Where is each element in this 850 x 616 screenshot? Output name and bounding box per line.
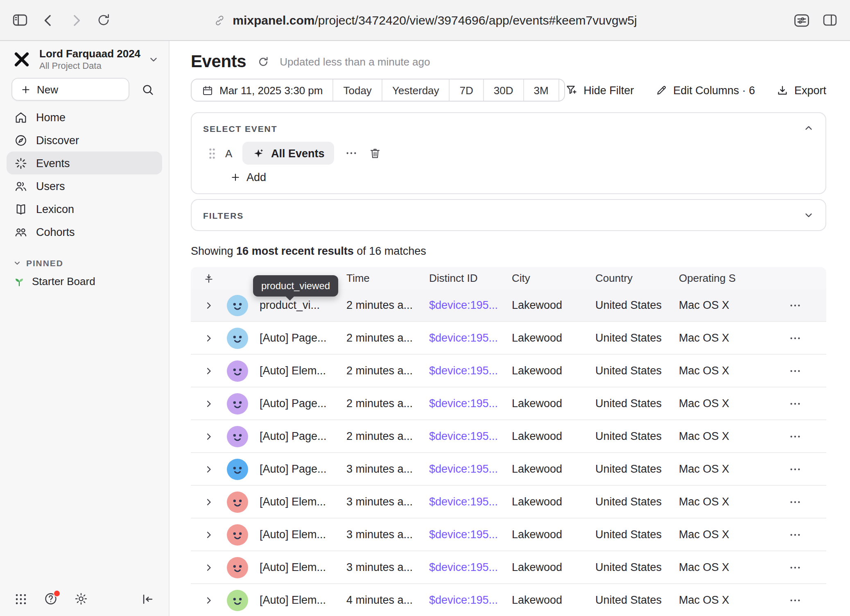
expand-row-icon[interactable] [191,300,227,310]
split-view-icon[interactable] [821,11,839,29]
app-window: mixpanel.com/project/3472420/view/397469… [0,0,850,616]
expand-row-icon[interactable] [191,431,227,441]
sidebar-item-users[interactable]: Users [7,174,162,197]
sidebar-item-starter-board[interactable]: Starter Board [13,275,156,288]
table-row[interactable]: [Auto] Elem... 3 minutes a... $device:19… [191,486,826,519]
pinned-header-label: PINNED [26,258,63,268]
table-row[interactable]: [Auto] Elem... 2 minutes a... $device:19… [191,355,826,387]
row-more-icon[interactable] [764,364,826,377]
sidebar-item-home[interactable]: Home [7,106,162,129]
distinct-id-link[interactable]: $device:195... [429,397,498,410]
add-event-button[interactable]: Add [192,171,278,193]
pencil-icon [655,84,667,96]
distinct-id-link[interactable]: $device:195... [429,594,498,606]
distinct-id-link[interactable]: $device:195... [429,365,498,377]
edit-columns-button[interactable]: Edit Columns · 6 [655,84,755,96]
forward-icon[interactable] [68,12,84,28]
help-icon[interactable] [43,591,58,606]
range-6m[interactable]: 6M [558,79,565,101]
table-row[interactable]: [Auto] Page... 2 minutes a... $device:19… [191,387,826,420]
hide-filter-button[interactable]: Hide Filter [565,84,634,97]
table-row[interactable]: [Auto] Page... 3 minutes a... $device:19… [191,453,826,486]
expand-row-icon[interactable] [191,530,227,539]
page-settings-icon[interactable] [793,11,811,29]
refresh-icon[interactable] [257,55,269,68]
sidebar-item-label: Events [36,157,70,169]
browser-sidebar-toggle-icon[interactable] [11,11,29,29]
distinct-id-link[interactable]: $device:195... [429,496,498,508]
row-more-icon[interactable] [764,397,826,410]
trash-icon[interactable] [369,147,382,160]
distinct-id-link[interactable]: $device:195... [429,528,498,541]
workspace-switcher[interactable]: Lord Farquaad 2024 All Project Data [0,41,169,71]
row-more-icon[interactable] [764,331,826,344]
search-icon[interactable] [136,78,159,101]
expand-row-icon[interactable] [191,399,227,408]
row-more-icon[interactable] [764,561,826,574]
range-7d[interactable]: 7D [449,79,483,101]
date-picker-button[interactable]: Mar 11, 2025 3:30 pm [192,79,332,101]
distinct-id-link[interactable]: $device:195... [429,430,498,442]
distinct-id-link[interactable]: $device:195... [429,463,498,475]
distinct-id-link[interactable]: $device:195... [429,299,498,311]
column-header-city[interactable]: City [512,272,595,284]
back-icon[interactable] [40,12,57,28]
sidebar-item-label: Home [36,111,66,123]
chevron-up-icon[interactable] [803,123,814,134]
workspace-subtitle: All Project Data [39,61,141,71]
collapse-sidebar-icon[interactable] [141,592,155,606]
chevron-down-icon[interactable] [803,210,814,220]
range-today[interactable]: Today [332,79,381,101]
row-more-icon[interactable] [764,528,826,541]
distinct-id-link[interactable]: $device:195... [429,332,498,344]
expand-row-icon[interactable] [191,464,227,474]
column-header-distinct-id[interactable]: Distinct ID [429,272,512,284]
table-row[interactable]: [Auto] Elem... 4 minutes a... $device:19… [191,584,826,616]
range-3m[interactable]: 3M [523,79,558,101]
table-row[interactable]: [Auto] Elem... 3 minutes a... $device:19… [191,519,826,551]
event-city: Lakewood [512,299,595,311]
event-name: [Auto] Elem... [253,365,346,377]
expand-row-icon[interactable] [191,562,227,572]
all-events-chip[interactable]: All Events [242,142,335,165]
collapse-rows-icon[interactable] [191,272,227,284]
column-header-country[interactable]: Country [595,272,679,284]
expand-row-icon[interactable] [191,595,227,605]
reload-icon[interactable] [96,12,111,28]
event-more-icon[interactable] [344,147,360,160]
row-more-icon[interactable] [764,495,826,508]
table-row[interactable]: [Auto] Elem... 3 minutes a... $device:19… [191,551,826,584]
drag-handle-icon[interactable] [208,147,216,159]
apps-grid-icon[interactable] [14,592,28,606]
expand-row-icon[interactable] [191,497,227,507]
address-bar[interactable]: mixpanel.com/project/3472420/view/397469… [213,0,637,41]
column-header-time[interactable]: Time [346,272,429,284]
filter-funnel-icon [565,84,578,97]
gear-icon[interactable] [74,591,88,606]
range-30d[interactable]: 30D [483,79,523,101]
row-more-icon[interactable] [764,430,826,443]
column-header-os[interactable]: Operating S [679,272,764,284]
export-button[interactable]: Export [776,84,826,96]
event-name: [Auto] Page... [253,332,346,344]
event-avatar [227,589,248,611]
expand-row-icon[interactable] [191,366,227,376]
sidebar-item-events[interactable]: Events [7,152,162,174]
row-more-icon[interactable] [764,299,826,312]
distinct-id-link[interactable]: $device:195... [429,561,498,573]
expand-row-icon[interactable] [191,333,227,343]
sidebar-item-lexicon[interactable]: Lexicon [7,197,162,220]
new-button[interactable]: New [11,78,129,101]
select-event-header[interactable]: SELECT EVENT [192,113,825,142]
row-more-icon[interactable] [764,462,826,476]
pinned-section-header[interactable]: PINNED [13,258,156,268]
event-country: United States [595,463,679,475]
table-row[interactable]: [Auto] Page... 2 minutes a... $device:19… [191,322,826,355]
sidebar-item-discover[interactable]: Discover [7,129,162,152]
filters-header[interactable]: FILTERS [192,200,825,230]
row-more-icon[interactable] [764,593,826,607]
table-row[interactable]: [Auto] Page... 2 minutes a... $device:19… [191,420,826,453]
event-country: United States [595,365,679,377]
range-yesterday[interactable]: Yesterday [382,79,449,101]
sidebar-item-cohorts[interactable]: Cohorts [7,220,162,243]
